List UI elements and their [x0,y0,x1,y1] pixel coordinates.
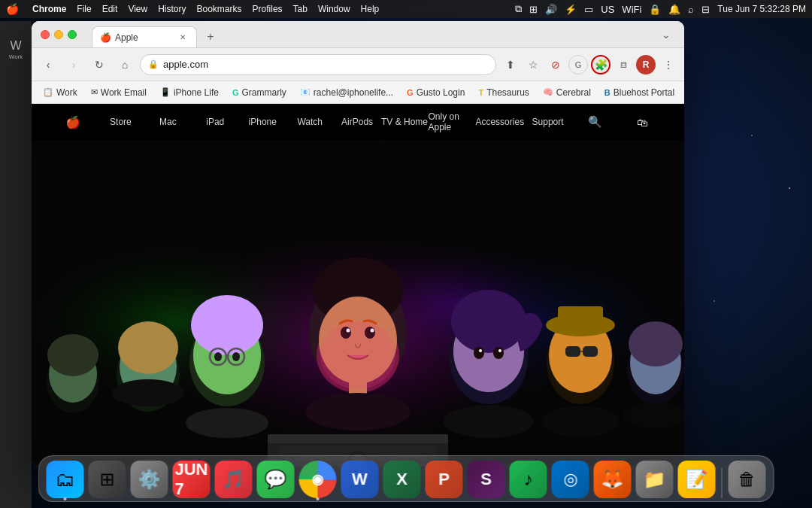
dock-launchpad[interactable]: ⊞ [89,461,126,498]
address-bar[interactable]: 🔒 apple.com [140,54,496,75]
tab-close-button[interactable]: ✕ [177,32,189,44]
dock-slack[interactable]: S [468,461,505,498]
bookmark-iphone-life[interactable]: 📱 iPhone Life [155,85,224,100]
apple-nav-mac[interactable]: Mac [144,104,192,140]
dock-chrome[interactable]: ◉ [299,461,337,498]
svg-rect-44 [565,346,580,357]
dock-notes[interactable]: 📝 [678,461,716,498]
dock-finder[interactable]: 🗂 [47,461,84,498]
dock-spotify[interactable]: ♪ [510,461,547,498]
dropbox-icon[interactable]: ⧉ [515,3,522,15]
volume-icon[interactable]: 🔊 [545,4,557,15]
apple-nav-iphone[interactable]: iPhone [239,104,286,140]
svg-point-29 [112,379,184,406]
apple-nav-watch[interactable]: Watch [286,104,334,140]
home-button[interactable]: ⌂ [114,54,135,75]
menu-view[interactable]: View [128,4,147,14]
work-bookmark-icon: 📋 [43,87,53,97]
dock-calendar[interactable]: JUN7 [173,461,211,498]
menu-profiles[interactable]: Profiles [253,4,283,14]
sidebar-item-work[interactable]: W Work [2,36,29,63]
minimize-button[interactable] [54,30,63,39]
menu-bookmarks[interactable]: Bookmarks [197,4,242,14]
battery-icon[interactable]: ▭ [584,4,593,15]
menu-file[interactable]: File [77,4,91,14]
split-view-button[interactable]: ⧈ [614,55,633,75]
close-button[interactable] [41,30,50,39]
control-center-icon[interactable]: ⊟ [701,4,710,15]
menu-tab[interactable]: Tab [293,4,308,14]
active-tab[interactable]: 🍎 Apple ✕ [92,26,197,47]
apple-nav-accessories[interactable]: Accessories [475,104,524,140]
svg-point-28 [118,321,178,374]
dock-music[interactable]: 🎵 [215,461,253,498]
search-icon[interactable]: ⌕ [688,4,694,15]
notes-icon: 📝 [686,469,708,490]
spotify-icon: ♪ [524,469,533,490]
vpn-button[interactable]: ⊘ [546,55,565,75]
extensions-button[interactable]: 🧩 [591,55,611,75]
dock-powerpoint[interactable]: P [426,461,463,498]
apple-nav-ipad[interactable]: iPad [192,104,239,140]
dock-file-manager[interactable]: 📁 [636,461,674,498]
tab-title: Apple [115,32,172,43]
apple-nav-support[interactable]: Support [524,104,571,140]
extension-icon[interactable]: ⊞ [529,4,538,15]
calendar-icon: JUN7 [174,460,208,499]
trash-icon: 🗑 [738,469,756,490]
user-icon[interactable]: US [601,4,614,15]
dock-firefox[interactable]: 🦊 [594,461,632,498]
dock-trash[interactable]: 🗑 [729,461,766,498]
forward-button[interactable]: › [63,54,84,75]
bookmark-cerebral[interactable]: 🧠 Cerebral [538,85,596,100]
menu-bar: 🍎 Chrome File Edit View History Bookmark… [0,0,812,18]
share-button[interactable]: ⬆ [501,55,520,75]
apple-nav-tv-home[interactable]: TV & Home [381,104,429,140]
music-icon: 🎵 [223,469,245,490]
more-button[interactable]: ⋮ [659,55,678,75]
maximize-button[interactable] [68,30,77,39]
dock-safari[interactable]: ◎ [552,461,589,498]
apple-nav-search[interactable]: 🔍 [571,104,619,140]
bookmark-thesaurus[interactable]: T Thesaurus [473,85,534,100]
bookmark-gusto[interactable]: G Gusto Login [401,85,470,100]
menu-help[interactable]: Help [361,4,380,14]
bookmark-grammarly[interactable]: G Grammarly [227,85,292,100]
apple-nav-only-apple[interactable]: Only on Apple [429,104,476,140]
bookmark-facebook[interactable]: f Book [683,85,684,100]
tab-menu-button[interactable]: ⌄ [657,26,675,44]
bookmark-bluehost[interactable]: B Bluehost Portal [599,85,680,100]
menu-history[interactable]: History [158,4,186,14]
svg-point-15 [320,321,395,389]
bluehost-icon: B [604,88,611,97]
notification-icon[interactable]: 🔔 [668,4,680,15]
dock-system-settings[interactable]: ⚙️ [131,461,168,498]
refresh-button[interactable]: ↻ [89,54,110,75]
tab-bar: 🍎 Apple ✕ + [92,21,651,47]
back-button[interactable]: ‹ [38,54,59,75]
apple-nav-airpods[interactable]: AirPods [334,104,381,140]
new-tab-button[interactable]: + [200,26,221,47]
menu-app-name[interactable]: Chrome [32,4,66,14]
wifi-icon[interactable]: WiFi [622,4,641,15]
dock-word[interactable]: W [341,461,379,498]
profile-circle[interactable]: G [568,55,588,75]
profile-button[interactable]: R [636,55,656,75]
bluetooth-icon[interactable]: ⚡ [565,4,577,15]
dock-messages[interactable]: 💬 [257,461,295,498]
apple-menu-icon[interactable]: 🍎 [6,3,19,15]
bookmark-iphone-life-label: iPhone Life [174,87,219,98]
bookmark-work-email[interactable]: ✉ Work Email [86,85,152,100]
bookmark-work[interactable]: 📋 Work [38,85,83,100]
menu-window[interactable]: Window [318,4,350,14]
apple-nav-store[interactable]: Store [97,104,144,140]
menu-edit[interactable]: Edit [102,4,118,14]
bookmark-cerebral-label: Cerebral [556,87,591,98]
bookmark-star-button[interactable]: ☆ [523,55,543,75]
dock-excel[interactable]: X [383,461,421,498]
security-icon[interactable]: 🔒 [649,4,661,15]
svg-point-34 [474,347,484,359]
apple-nav-bag[interactable]: 🛍 [619,104,666,140]
apple-nav-logo[interactable]: 🍎 [50,104,97,140]
bookmark-rachel[interactable]: 📧 rachel@iphonelife... [295,85,398,100]
